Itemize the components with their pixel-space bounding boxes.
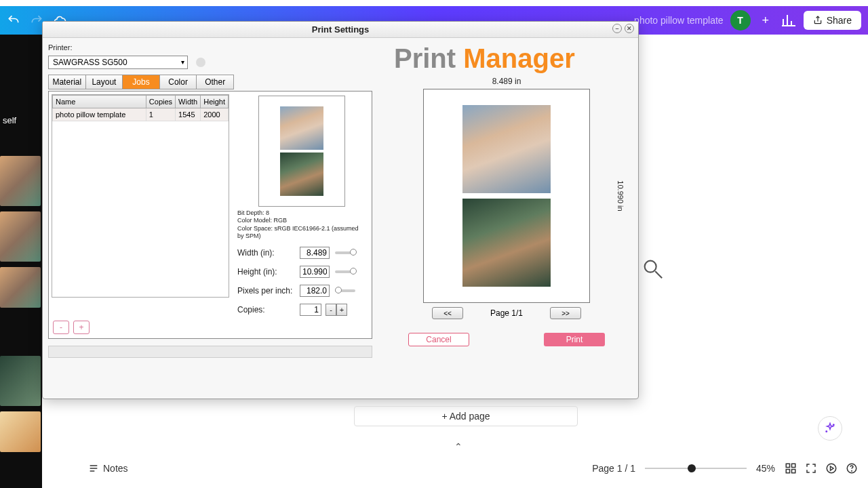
document-title[interactable]: photo pillow template bbox=[634, 15, 724, 26]
col-height[interactable]: Height bbox=[201, 96, 229, 108]
add-job-button[interactable]: + bbox=[73, 321, 90, 334]
topbar-right: photo pillow template T + Share bbox=[634, 10, 861, 30]
brand-word-1: Print bbox=[394, 43, 463, 73]
avatar[interactable]: T bbox=[730, 10, 751, 30]
present-icon[interactable] bbox=[825, 462, 837, 474]
tab-color[interactable]: Color bbox=[160, 75, 197, 89]
meta-bitdepth: Bit Depth: 8 bbox=[237, 209, 366, 217]
notes-icon bbox=[88, 463, 99, 474]
cell-height: 2000 bbox=[201, 108, 229, 121]
prev-page-button[interactable]: << bbox=[432, 307, 463, 319]
magnify-icon[interactable] bbox=[641, 257, 664, 283]
undo-icon[interactable] bbox=[7, 14, 20, 27]
height-input[interactable] bbox=[300, 266, 330, 278]
brand-word-2: Manager bbox=[463, 43, 575, 73]
height-slider[interactable] bbox=[335, 270, 355, 273]
col-width[interactable]: Width bbox=[176, 96, 201, 108]
analytics-icon[interactable] bbox=[781, 12, 797, 28]
dialog-body: Printer: SAWGRASS SG500 Material Layout … bbox=[43, 38, 638, 399]
page-counter: Page 1/1 bbox=[490, 308, 523, 318]
svg-rect-5 bbox=[792, 464, 795, 467]
width-field-row: Width (in): bbox=[237, 247, 366, 259]
cancel-button[interactable]: Cancel bbox=[408, 333, 469, 346]
tab-material[interactable]: Material bbox=[49, 75, 86, 89]
col-name[interactable]: Name bbox=[53, 96, 146, 108]
svg-line-1 bbox=[655, 271, 662, 278]
width-input[interactable] bbox=[300, 247, 330, 259]
dialog-left-pane: Printer: SAWGRASS SG500 Material Layout … bbox=[48, 43, 372, 393]
thumbnail-image-2 bbox=[280, 152, 323, 196]
dialog-title: Print Settings bbox=[312, 24, 370, 35]
svg-point-2 bbox=[833, 424, 835, 426]
dialog-right-pane: Print Manager 8.489 in 10.990 in << Page… bbox=[380, 43, 633, 393]
print-preview: 10.990 in bbox=[380, 89, 633, 303]
copies-minus-button[interactable]: - bbox=[326, 304, 336, 316]
grid-icon[interactable] bbox=[785, 462, 797, 474]
preview-image-2 bbox=[462, 199, 551, 287]
notes-label: Notes bbox=[103, 463, 128, 474]
page-indicator-label: Page 1 / 1 bbox=[592, 463, 635, 474]
tab-jobs[interactable]: Jobs bbox=[123, 75, 160, 89]
job-detail-pane: Bit Depth: 8 Color Model: RGB Color Spac… bbox=[232, 92, 372, 338]
sidebar-thumbnail[interactable] bbox=[0, 211, 41, 262]
close-icon[interactable]: ✕ bbox=[625, 24, 634, 33]
add-page-button[interactable]: + Add page bbox=[354, 406, 578, 426]
notes-button[interactable]: Notes bbox=[88, 463, 128, 474]
fullscreen-icon[interactable] bbox=[805, 462, 817, 474]
share-button[interactable]: Share bbox=[804, 11, 861, 30]
brand-title: Print Manager bbox=[394, 43, 633, 74]
thumbnail-strip-2 bbox=[0, 356, 42, 452]
thumbnail-image-1 bbox=[280, 106, 323, 150]
printer-row: Printer: bbox=[48, 43, 372, 52]
svg-point-3 bbox=[826, 431, 827, 432]
minimize-icon[interactable]: – bbox=[612, 24, 622, 33]
image-metadata: Bit Depth: 8 Color Model: RGB Color Spac… bbox=[237, 209, 366, 240]
magic-button[interactable] bbox=[818, 416, 842, 441]
copies-stepper: - + bbox=[326, 304, 347, 316]
share-icon bbox=[813, 16, 823, 25]
remove-job-button[interactable]: - bbox=[53, 321, 69, 334]
next-page-button[interactable]: >> bbox=[550, 307, 581, 319]
page-navigator: << Page 1/1 >> bbox=[380, 307, 633, 319]
tab-other[interactable]: Other bbox=[197, 75, 233, 89]
ppi-slider[interactable] bbox=[335, 289, 355, 292]
sidebar-thumbnail[interactable] bbox=[0, 156, 41, 206]
share-label: Share bbox=[827, 15, 852, 26]
help-icon[interactable] bbox=[846, 462, 858, 474]
zoom-percentage: 45% bbox=[756, 463, 775, 474]
jobs-list-pane: Name Copies Width Height photo pillow te… bbox=[49, 92, 232, 338]
zoom-slider[interactable] bbox=[645, 468, 747, 469]
height-label: Height (in): bbox=[237, 267, 296, 277]
expand-chevron-icon[interactable]: ⌃ bbox=[454, 441, 462, 452]
meta-colormodel: Color Model: RGB bbox=[237, 217, 366, 224]
copies-field-row: Copies: - + bbox=[237, 304, 366, 316]
tab-layout[interactable]: Layout bbox=[86, 75, 123, 89]
add-member-button[interactable]: + bbox=[757, 12, 774, 28]
ppi-field-row: Pixels per inch: bbox=[237, 285, 366, 297]
print-button[interactable]: Print bbox=[544, 333, 605, 346]
table-row[interactable]: photo pillow template 1 1545 2000 bbox=[53, 108, 229, 121]
copies-plus-button[interactable]: + bbox=[336, 304, 347, 316]
ppi-input[interactable] bbox=[300, 285, 330, 297]
svg-point-8 bbox=[827, 464, 836, 473]
sidebar-self-label: self bbox=[3, 115, 16, 125]
preview-image-1 bbox=[462, 105, 551, 193]
redo-icon[interactable] bbox=[30, 14, 43, 27]
sidebar-thumbnail[interactable] bbox=[0, 356, 41, 406]
bottom-bar: Notes Page 1 / 1 45% bbox=[88, 455, 858, 482]
svg-rect-4 bbox=[786, 464, 789, 467]
printer-select[interactable]: SAWGRASS SG500 bbox=[48, 56, 188, 69]
sidebar-thumbnail[interactable] bbox=[0, 267, 41, 308]
table-header-row: Name Copies Width Height bbox=[53, 96, 229, 108]
width-label: Width (in): bbox=[237, 248, 296, 258]
footer-right: Page 1 / 1 45% bbox=[592, 462, 858, 474]
col-copies[interactable]: Copies bbox=[146, 96, 175, 108]
page-height-label: 10.990 in bbox=[616, 180, 624, 211]
footer-icons bbox=[785, 462, 858, 474]
copies-input[interactable] bbox=[300, 304, 321, 316]
progress-bar bbox=[48, 346, 372, 358]
sidebar-thumbnail[interactable] bbox=[0, 411, 41, 452]
cell-copies: 1 bbox=[146, 108, 175, 121]
width-slider[interactable] bbox=[335, 251, 355, 254]
jobs-table: Name Copies Width Height photo pillow te… bbox=[52, 94, 229, 298]
